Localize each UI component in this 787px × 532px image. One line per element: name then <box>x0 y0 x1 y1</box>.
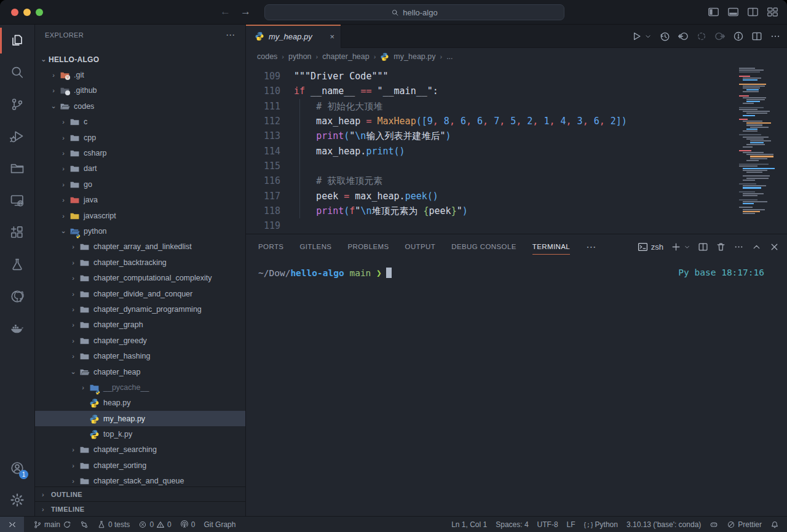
layout-grid-icon[interactable] <box>767 6 778 18</box>
panel-tab-problems[interactable]: PROBLEMS <box>347 234 389 259</box>
play-icon[interactable] <box>631 31 642 42</box>
tree-item-java[interactable]: ›java <box>35 193 245 208</box>
status-indentation[interactable]: Spaces: 4 <box>491 517 532 532</box>
tree-item-chapter-computational-complexity[interactable]: ›chapter_computational_complexity <box>35 270 245 285</box>
activity-accounts[interactable]: 1 <box>0 452 34 484</box>
minimap[interactable] <box>739 68 783 215</box>
tree-root-hello-algo[interactable]: ⌄HELLO-ALGO <box>35 52 245 67</box>
activity-remote-explorer[interactable] <box>0 185 34 216</box>
breadcrumb-item[interactable]: chapter_heap <box>322 52 369 61</box>
breadcrumb-item[interactable]: my_heap.py <box>394 52 435 61</box>
activity-project-folder[interactable] <box>0 153 34 185</box>
activity-github[interactable] <box>0 280 34 312</box>
tree-item-chapter-backtracking[interactable]: ›chapter_backtracking <box>35 255 245 270</box>
chevron-up-icon[interactable] <box>751 242 762 252</box>
history-icon[interactable] <box>659 31 670 42</box>
gitlens-icon[interactable] <box>733 31 744 42</box>
chevron-down-icon[interactable] <box>644 31 652 42</box>
activity-testing[interactable] <box>0 248 34 280</box>
tab-my-heap[interactable]: my_heap.py × <box>246 25 341 48</box>
tree-item-python[interactable]: ⌄python <box>35 223 245 239</box>
status-problems[interactable]: 00 <box>134 517 175 532</box>
split-icon[interactable] <box>751 31 762 42</box>
status-ports[interactable]: 0 <box>176 517 200 532</box>
breadcrumb-item[interactable]: ... <box>446 52 453 61</box>
status-tests[interactable]: 0 tests <box>93 517 134 532</box>
split-icon[interactable] <box>698 242 708 252</box>
status-prettier[interactable]: Prettier <box>722 517 766 532</box>
tree-item-chapter-divide-and-conquer[interactable]: ›chapter_divide_and_conquer <box>35 286 245 301</box>
tree-item-dart[interactable]: ›dart <box>35 161 245 177</box>
tree-item-go[interactable]: ›go <box>35 177 245 192</box>
tree-item--pycache-[interactable]: ›__pycache__ <box>35 379 245 395</box>
tree-item-chapter-hashing[interactable]: ›chapter_hashing <box>35 348 245 363</box>
status-eol[interactable]: LF <box>563 517 580 532</box>
activity-run-debug[interactable] <box>0 121 34 153</box>
close-window-button[interactable] <box>11 9 18 16</box>
code-editor[interactable]: 109"""Driver Code"""110if __name__ == "_… <box>246 65 787 234</box>
tree-item-chapter-array-and-linkedlist[interactable]: ›chapter_array_and_linkedlist <box>35 239 245 255</box>
back-circle-icon[interactable] <box>678 31 689 42</box>
tree-item-my-heap-py[interactable]: my_heap.py <box>35 411 245 426</box>
status-copilot[interactable] <box>705 517 722 532</box>
tree-item-heap-py[interactable]: heap.py <box>35 395 245 411</box>
layout-split-icon[interactable] <box>747 6 759 18</box>
panel-tab-ports[interactable]: PORTS <box>258 234 283 259</box>
navigate-forward-icon[interactable]: → <box>240 6 251 18</box>
plus-icon[interactable] <box>671 242 681 252</box>
circle-dash-icon[interactable] <box>696 31 707 42</box>
trash-icon[interactable] <box>716 242 726 252</box>
tree-item-javascript[interactable]: ›javascript <box>35 208 245 223</box>
panel-tabs-more-icon[interactable]: ⋯ <box>586 241 596 253</box>
activity-search[interactable] <box>0 57 34 89</box>
activity-explorer[interactable] <box>0 25 34 57</box>
tree-item-c[interactable]: ›c <box>35 114 245 130</box>
tree-item-chapter-graph[interactable]: ›chapter_graph <box>35 317 245 333</box>
status-python-interpreter[interactable]: 3.10.13 ('base': conda) <box>622 517 705 532</box>
layout-panel-icon[interactable] <box>727 6 739 18</box>
breadcrumb-item[interactable]: codes <box>257 52 277 61</box>
circle-right-icon[interactable] <box>714 31 726 42</box>
section-timeline[interactable]: ›TIMELINE <box>35 501 245 516</box>
status-gitlens-compare[interactable] <box>76 517 93 532</box>
panel-tab-gitlens[interactable]: GITLENS <box>299 234 331 259</box>
tree-item--git[interactable]: ›⑂.git <box>35 67 245 82</box>
explorer-more-actions-icon[interactable]: ⋯ <box>226 30 235 41</box>
breadcrumb-item[interactable]: python <box>288 52 312 61</box>
tree-item-top-k-py[interactable]: top_k.py <box>35 426 245 442</box>
tab-close-icon[interactable]: × <box>330 32 334 41</box>
panel-tab-terminal[interactable]: TERMINAL <box>532 234 570 259</box>
status-language-mode[interactable]: {;}Python <box>580 517 622 532</box>
command-center-search[interactable]: hello-algo <box>264 4 564 20</box>
panel-tab-debug-console[interactable]: DEBUG CONSOLE <box>451 234 516 259</box>
chevron-down-icon[interactable] <box>684 242 690 252</box>
status-encoding[interactable]: UTF-8 <box>533 517 563 532</box>
tree-item-chapter-dynamic-programming[interactable]: ›chapter_dynamic_programming <box>35 301 245 317</box>
activity-extensions[interactable] <box>0 216 34 248</box>
status-git-graph[interactable]: Git Graph <box>199 517 240 532</box>
activity-docker[interactable] <box>0 312 34 344</box>
tree-item--github[interactable]: ›.github <box>35 83 245 98</box>
tree-item-cpp[interactable]: ›cpp <box>35 130 245 145</box>
tree-item-codes[interactable]: ⌄codes <box>35 98 245 114</box>
activity-source-control[interactable] <box>0 89 34 121</box>
zoom-window-button[interactable] <box>36 9 43 16</box>
tree-item-chapter-heap[interactable]: ⌄chapter_heap <box>35 364 245 379</box>
status-cursor-position[interactable]: Ln 1, Col 1 <box>447 517 491 532</box>
section-outline[interactable]: ›OUTLINE <box>35 486 245 501</box>
layout-sidebar-icon[interactable] <box>708 6 719 18</box>
tree-item-chapter-sorting[interactable]: ›chapter_sorting <box>35 458 245 473</box>
tree-item-chapter-greedy[interactable]: ›chapter_greedy <box>35 333 245 348</box>
tree-item-csharp[interactable]: ›csharp <box>35 145 245 161</box>
minimize-window-button[interactable] <box>23 9 31 16</box>
close-icon[interactable] <box>769 242 780 252</box>
ellipsis-icon[interactable] <box>770 31 781 42</box>
navigate-back-icon[interactable]: ← <box>220 6 231 18</box>
activity-settings[interactable] <box>0 484 34 516</box>
status-git-branch[interactable]: main <box>29 517 76 532</box>
shell-selector[interactable]: zsh <box>638 242 663 252</box>
ellipsis-icon[interactable] <box>734 242 744 252</box>
panel-tab-output[interactable]: OUTPUT <box>405 234 436 259</box>
tree-item-chapter-searching[interactable]: ›chapter_searching <box>35 442 245 458</box>
terminal[interactable]: ~/Dow/hello-algo main ❯ Py base 18:17:16 <box>246 268 787 278</box>
